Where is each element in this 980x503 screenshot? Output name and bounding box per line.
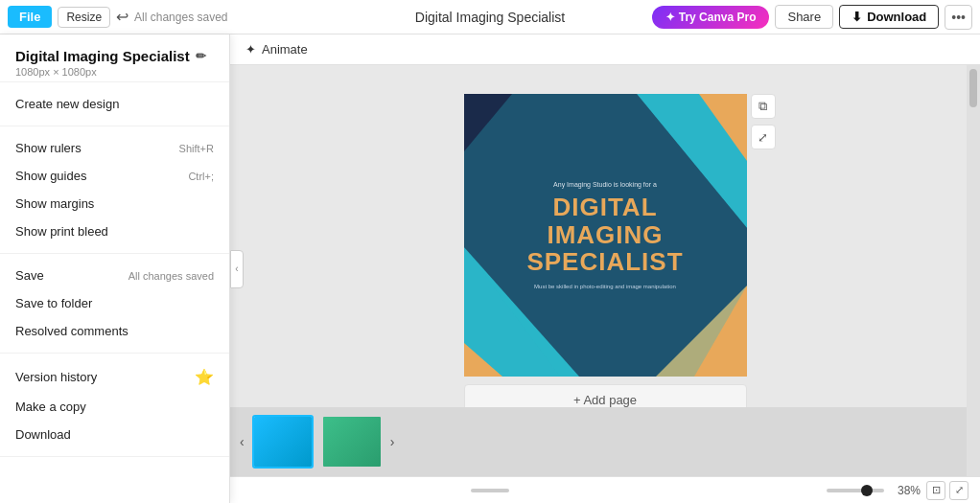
resolved-comments-label: Resolved comments [15, 324, 128, 338]
thumbnail-1[interactable] [252, 415, 314, 469]
left-panel-collapse[interactable]: ‹ [230, 250, 244, 288]
download-label: Download [867, 10, 926, 24]
dropdown-title: Digital Imaging Specialist ✏ [15, 48, 214, 64]
thumbnail-2-preview [323, 417, 381, 467]
zoom-percentage: 38% [890, 484, 921, 497]
version-history-badge: ⭐ [195, 368, 214, 386]
file-button[interactable]: File [8, 6, 52, 28]
edit-title-icon[interactable]: ✏ [196, 49, 206, 63]
resize-label: Resize [66, 11, 102, 24]
menu-section-4: Version history ⭐ Make a copy Download [0, 354, 229, 457]
show-guides-shortcut: Ctrl+; [188, 171, 214, 182]
topbar: File Resize ↩ All changes saved Digital … [0, 0, 980, 34]
show-rulers-shortcut: Shift+R [179, 143, 214, 154]
design-title-line3: SPECIALIST [526, 248, 683, 276]
menu-section-2: Show rulers Shift+R Show guides Ctrl+; S… [0, 126, 229, 254]
try-canva-pro-label: Try Canva Pro [679, 11, 757, 24]
design-card: Any Imaging Studio is looking for a DIGI… [464, 94, 747, 377]
expand-canvas-button[interactable]: ⤢ [751, 125, 776, 149]
right-scrollbar[interactable] [967, 65, 980, 503]
design-card-subtitle: Any Imaging Studio is looking for a [553, 181, 657, 188]
dropdown-title-text: Digital Imaging Specialist [15, 48, 190, 64]
file-dropdown-menu: Digital Imaging Specialist ✏ 1080px × 10… [0, 34, 230, 503]
scroll-dot [471, 489, 509, 492]
version-history-label: Version history [15, 370, 97, 384]
menu-section-1: Create new design [0, 82, 229, 126]
animate-label: Animate [262, 42, 308, 57]
menu-item-version-history[interactable]: Version history ⭐ [0, 361, 229, 393]
scroll-thumb [969, 69, 977, 107]
animate-bar[interactable]: ✦ Animate [230, 34, 980, 65]
menu-item-show-margins[interactable]: Show margins [0, 190, 229, 217]
save-label: Save [15, 268, 44, 283]
show-margins-label: Show margins [15, 196, 94, 211]
show-rulers-label: Show rulers [15, 141, 82, 155]
menu-item-make-a-copy[interactable]: Make a copy [0, 393, 229, 421]
menu-item-create-new-design[interactable]: Create new design [0, 90, 229, 118]
download-button[interactable]: ⬇ Download [839, 5, 939, 29]
undo-button[interactable]: ↩ [116, 8, 128, 26]
menu-item-show-print-bleed[interactable]: Show print bleed [0, 217, 229, 245]
document-title: Digital Imaging Specialist [415, 10, 565, 25]
menu-item-resolved-comments[interactable]: Resolved comments [0, 317, 229, 345]
design-title-line2: IMAGING [526, 221, 683, 249]
zoom-controls: 38% ⊡ ⤢ [827, 481, 968, 500]
menu-item-label: Create new design [15, 97, 119, 111]
zoom-slider[interactable] [827, 489, 884, 492]
canvas-icons: ⧉ ⤢ [751, 94, 776, 149]
design-title-line1: DIGITAL [526, 194, 683, 221]
dropdown-subtitle: 1080px × 1080px [15, 66, 214, 78]
fit-view-button[interactable]: ⊡ [926, 481, 945, 500]
expand-view-button[interactable]: ⤢ [949, 481, 968, 500]
share-button[interactable]: Share [775, 5, 833, 29]
resize-button[interactable]: Resize [58, 7, 110, 28]
scroll-indicator [471, 489, 509, 492]
save-status: All changes saved [128, 270, 214, 282]
try-canva-pro-icon: ✦ [665, 11, 675, 24]
changes-label: All changes saved [134, 11, 646, 24]
download-icon: ⬇ [852, 10, 862, 24]
design-card-title: DIGITAL IMAGING SPECIALIST [526, 194, 683, 276]
zoom-thumb [861, 485, 873, 496]
thumb-prev-button[interactable]: ‹ [240, 434, 245, 449]
show-guides-label: Show guides [15, 169, 86, 183]
menu-section-3: Save All changes saved Save to folder Re… [0, 254, 229, 354]
make-a-copy-label: Make a copy [15, 400, 86, 414]
thumbnail-strip: ‹ › [230, 407, 967, 476]
thumb-next-button[interactable]: › [390, 434, 395, 449]
download-menu-label: Download [15, 427, 71, 442]
thumbnail-2[interactable] [321, 415, 383, 469]
menu-item-show-rulers[interactable]: Show rulers Shift+R [0, 134, 229, 162]
try-canva-pro-button[interactable]: ✦ Try Canva Pro [652, 6, 770, 29]
show-print-bleed-label: Show print bleed [15, 224, 108, 239]
dropdown-header: Digital Imaging Specialist ✏ 1080px × 10… [0, 34, 229, 82]
canvas-wrapper: ⧉ ⤢ [464, 94, 747, 423]
menu-item-show-guides[interactable]: Show guides Ctrl+; [0, 162, 229, 190]
save-to-folder-label: Save to folder [15, 296, 92, 310]
menu-item-save[interactable]: Save All changes saved [0, 262, 229, 289]
copy-canvas-button[interactable]: ⧉ [751, 94, 776, 119]
thumbnail-1-preview [254, 417, 312, 467]
menu-item-save-to-folder[interactable]: Save to folder [0, 289, 229, 317]
design-card-footer: Must be skilled in photo-editing and ima… [534, 284, 676, 289]
more-options-button[interactable]: ••• [945, 5, 972, 30]
undo-icon: ↩ [116, 8, 128, 26]
view-buttons: ⊡ ⤢ [926, 481, 968, 500]
animate-icon: ✦ [245, 42, 256, 57]
menu-item-download[interactable]: Download [0, 421, 229, 448]
design-text-overlay: Any Imaging Studio is looking for a DIGI… [464, 94, 747, 377]
